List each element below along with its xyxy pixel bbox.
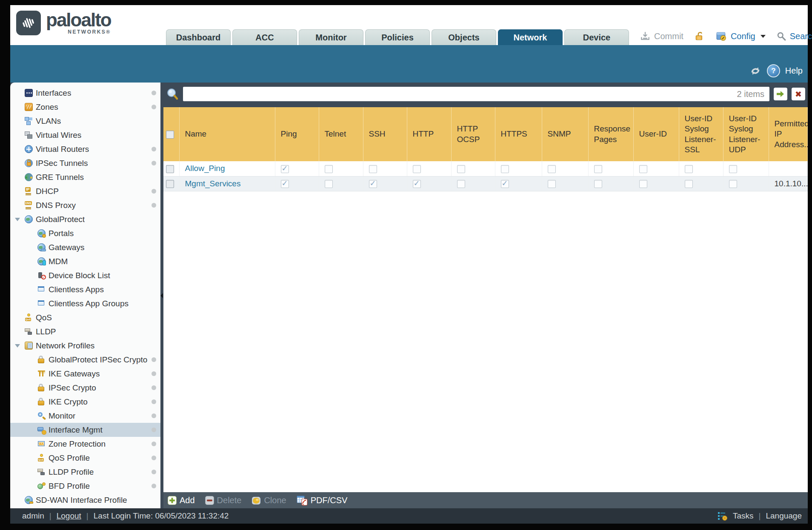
sidebar-item-dns-proxy[interactable]: DNS Proxy bbox=[10, 198, 160, 212]
sidebar-item-label: Interfaces bbox=[36, 88, 71, 98]
column-header-http-ocsp[interactable]: HTTP OCSP bbox=[451, 107, 495, 161]
sidebar-item-bfd-profile[interactable]: BFD Profile bbox=[10, 479, 160, 493]
sidebar-item-device-block-list[interactable]: Device Block List bbox=[10, 268, 160, 282]
dns-proxy-icon bbox=[25, 201, 33, 209]
column-header-permitted-ip[interactable]: Permitted IP Address... bbox=[769, 107, 808, 161]
tasks-link[interactable]: Tasks bbox=[733, 511, 754, 521]
sidebar-item-qos-profile[interactable]: QoS Profile bbox=[10, 451, 160, 465]
delete-button[interactable]: Delete bbox=[205, 496, 242, 505]
sidebar-item-interfaces[interactable]: Interfaces bbox=[10, 86, 160, 100]
pdf-csv-button[interactable]: PDF/CSV bbox=[297, 496, 348, 506]
sidebar-item-virtual-routers[interactable]: Virtual Routers bbox=[10, 142, 160, 156]
sidebar-item-ike-gateways[interactable]: IKE Gateways bbox=[10, 367, 160, 381]
sidebar-item-ipsec-crypto[interactable]: IPSec Crypto bbox=[10, 381, 160, 395]
user-id-cell bbox=[633, 161, 679, 176]
tab-network[interactable]: Network bbox=[498, 29, 563, 45]
column-header-name[interactable]: Name bbox=[179, 107, 275, 161]
row-select-checkbox[interactable] bbox=[166, 180, 174, 188]
tab-dashboard[interactable]: Dashboard bbox=[166, 29, 231, 45]
sidebar-item-lldp[interactable]: LLDP bbox=[10, 325, 160, 339]
logout-link[interactable]: Logout bbox=[57, 511, 81, 521]
tab-policies[interactable]: Policies bbox=[365, 29, 430, 45]
sidebar-item-gre-tunnels[interactable]: GRE Tunnels bbox=[10, 170, 160, 184]
sidebar-item-clientless-apps[interactable]: Clientless Apps bbox=[10, 282, 160, 296]
ipsec-tunnels-icon bbox=[25, 159, 33, 167]
clone-button[interactable]: Clone bbox=[252, 496, 286, 505]
help-icon[interactable] bbox=[767, 64, 780, 77]
config-dropdown-caret-icon[interactable] bbox=[761, 35, 766, 38]
user-id-checkbox bbox=[639, 180, 647, 188]
lock-icon[interactable] bbox=[695, 31, 705, 41]
tab-acc[interactable]: ACC bbox=[232, 29, 297, 45]
help-link[interactable]: Help bbox=[785, 66, 803, 76]
column-header-http[interactable]: HTTP bbox=[407, 107, 451, 161]
search-button[interactable]: Search bbox=[790, 31, 812, 41]
select-all-checkbox[interactable] bbox=[166, 131, 174, 139]
row-select-checkbox[interactable] bbox=[166, 165, 174, 173]
commit-icon[interactable] bbox=[640, 31, 650, 41]
sidebar-item-monitor[interactable]: Monitor bbox=[10, 409, 160, 423]
status-dot bbox=[152, 203, 156, 208]
add-button[interactable]: Add bbox=[168, 496, 195, 505]
column-header-https[interactable]: HTTPS bbox=[495, 107, 542, 161]
column-header-snmp[interactable]: SNMP bbox=[542, 107, 588, 161]
sidebar-item-ipsec-tunnels[interactable]: IPSec Tunnels bbox=[10, 156, 160, 170]
column-header-uid-syslog-udp[interactable]: User-ID Syslog Listener-UDP bbox=[723, 107, 769, 161]
qos-icon bbox=[25, 313, 33, 322]
status-dot bbox=[152, 371, 156, 376]
pdf-csv-icon bbox=[297, 496, 308, 506]
clone-button-label: Clone bbox=[264, 496, 286, 505]
green-arrow-icon bbox=[777, 91, 784, 97]
sidebar-item-ike-crypto[interactable]: IKE Crypto bbox=[10, 395, 160, 409]
http-ocsp-cell bbox=[451, 161, 495, 176]
tab-monitor[interactable]: Monitor bbox=[299, 29, 363, 45]
column-header-ping[interactable]: Ping bbox=[275, 107, 319, 161]
column-header-user-id[interactable]: User-ID bbox=[633, 107, 679, 161]
sidebar-item-lldp-profile[interactable]: LLDP Profile bbox=[10, 465, 160, 479]
sidebar-item-virtual-wires[interactable]: Virtual Wires bbox=[10, 128, 160, 142]
sidebar-item-globalprotect-ipsec-crypto[interactable]: GlobalProtect IPSec Crypto bbox=[10, 353, 160, 367]
main-nav-tabs: DashboardACCMonitorPoliciesObjectsNetwor… bbox=[166, 5, 629, 45]
search-icon[interactable] bbox=[777, 31, 786, 41]
sidebar-item-interface-mgmt[interactable]: Interface Mgmt bbox=[10, 423, 160, 437]
footer-separator: | bbox=[759, 511, 761, 521]
sidebar-item-clientless-app-groups[interactable]: Clientless App Groups bbox=[10, 296, 160, 311]
column-header-telnet[interactable]: Telnet bbox=[319, 107, 363, 161]
tree-spacer bbox=[14, 329, 22, 335]
sidebar-item-portals[interactable]: Portals bbox=[10, 226, 160, 240]
filter-input[interactable] bbox=[183, 87, 769, 101]
mdm-icon bbox=[37, 257, 46, 265]
telnet-cell bbox=[319, 161, 363, 176]
commit-button[interactable]: Commit bbox=[654, 31, 683, 41]
sidebar-item-qos[interactable]: QoS bbox=[10, 311, 160, 325]
config-icon[interactable] bbox=[716, 31, 727, 42]
sidebar-item-dhcp[interactable]: DHCP bbox=[10, 184, 160, 198]
column-header-uid-syslog-ssl[interactable]: User-ID Syslog Listener-SSL bbox=[679, 107, 723, 161]
sidebar-item-sd-wan-interface-profile[interactable]: SD-WAN Interface Profile bbox=[10, 493, 160, 507]
sidebar-item-vlans[interactable]: VLANs bbox=[10, 114, 160, 128]
sidebar-item-gateways[interactable]: Gateways bbox=[10, 240, 160, 254]
profile-name-link[interactable]: Allow_Ping bbox=[185, 164, 225, 173]
collapse-arrow-icon[interactable] bbox=[14, 343, 22, 349]
tab-device[interactable]: Device bbox=[564, 29, 629, 45]
sidebar-item-zone-protection[interactable]: Zone Protection bbox=[10, 437, 160, 451]
uid-syslog-ssl-checkbox bbox=[685, 180, 693, 188]
collapse-arrow-icon[interactable] bbox=[14, 217, 22, 222]
profile-name-link[interactable]: Mgmt_Services bbox=[185, 179, 241, 188]
column-header-response-pages[interactable]: Response Pages bbox=[588, 107, 633, 161]
sidebar-item-mdm[interactable]: MDM bbox=[10, 254, 160, 268]
clear-filter-button[interactable]: ✖ bbox=[792, 88, 805, 100]
http-checkbox bbox=[413, 165, 421, 173]
sidebar-item-network-profiles[interactable]: Network Profiles bbox=[10, 339, 160, 353]
language-link[interactable]: Language bbox=[766, 511, 802, 521]
sidebar-item-globalprotect[interactable]: GlobalProtect bbox=[10, 212, 160, 226]
ping-checkbox bbox=[281, 180, 289, 188]
apply-filter-button[interactable] bbox=[774, 88, 787, 100]
config-button[interactable]: Config bbox=[731, 31, 755, 41]
sidebar-collapse-handle[interactable] bbox=[160, 83, 163, 508]
tab-objects[interactable]: Objects bbox=[432, 29, 496, 45]
refresh-icon[interactable] bbox=[749, 66, 762, 76]
sidebar-item-zones[interactable]: Zones bbox=[10, 100, 160, 114]
column-header-ssh[interactable]: SSH bbox=[363, 107, 407, 161]
sidebar-item-label: Interface Mgmt bbox=[49, 425, 103, 435]
